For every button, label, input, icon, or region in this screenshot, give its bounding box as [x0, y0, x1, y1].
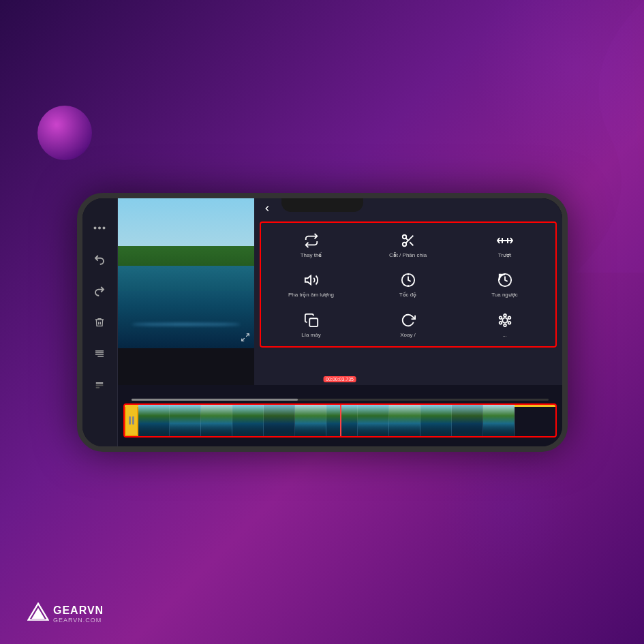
timeline-track[interactable]	[123, 403, 557, 438]
deco-circle-2	[440, 440, 576, 576]
film-frame-9	[389, 405, 420, 436]
film-frame-2	[170, 405, 201, 436]
pool-water-highlight	[132, 323, 241, 326]
timeline-thumb	[125, 405, 138, 436]
film-frame-12	[483, 405, 515, 436]
tools-grid: Thay thế	[264, 226, 553, 344]
fullscreen-button[interactable]	[241, 333, 250, 344]
svg-marker-37	[31, 608, 44, 619]
replace-label: Thay thế	[301, 252, 322, 259]
film-frame-11	[452, 405, 483, 436]
trim-label: Trượt	[498, 252, 511, 259]
svg-line-16	[405, 238, 408, 241]
tool-trim[interactable]: Trượt	[457, 226, 553, 264]
timeline-scrollbar[interactable]	[132, 399, 549, 401]
film-frame-1	[138, 405, 170, 436]
svg-marker-20	[305, 276, 310, 285]
left-sidebar	[82, 198, 118, 446]
pool-water	[118, 266, 254, 348]
svg-rect-35	[132, 416, 134, 425]
sidebar-undo[interactable]	[90, 250, 109, 269]
replace-icon	[302, 231, 321, 250]
reverse-label: Tua ngược	[491, 292, 518, 298]
tool-speed[interactable]: Tốc độ	[361, 265, 456, 304]
phone-screen: K 🗑	[82, 198, 562, 446]
phone-notch	[281, 198, 363, 212]
svg-point-1	[98, 227, 101, 230]
svg-point-2	[103, 227, 106, 230]
mix-audio-label: Pha trộn âm lượng	[288, 292, 334, 298]
reverse-icon	[495, 271, 515, 290]
gearvn-brand-url: GEARVN.COM	[53, 617, 104, 624]
svg-line-10	[246, 333, 249, 336]
svg-point-32	[499, 322, 502, 324]
svg-point-27	[502, 318, 507, 322]
film-frame-8	[358, 405, 389, 436]
tool-cut-split[interactable]: Cắt / Phân chia	[361, 226, 456, 264]
svg-line-15	[410, 242, 413, 245]
gearvn-brand-name: GEARVN	[53, 604, 104, 617]
duplicate-icon	[302, 311, 321, 330]
svg-point-33	[499, 316, 502, 319]
svg-point-12	[402, 234, 406, 239]
svg-point-28	[504, 314, 506, 317]
film-frame-7	[326, 405, 358, 436]
trim-icon	[495, 231, 515, 250]
tool-replace[interactable]: Thay thế	[264, 226, 359, 264]
svg-rect-26	[309, 318, 318, 326]
svg-point-29	[508, 316, 510, 319]
rotate-icon	[399, 311, 418, 330]
timeline-area: 00:00:03.735	[118, 385, 562, 446]
phone-frame: K 🗑	[77, 193, 568, 452]
svg-line-24	[403, 275, 403, 276]
film-frame-4	[232, 405, 264, 436]
tool-mix-audio[interactable]: Pha trộn âm lượng	[264, 265, 359, 304]
svg-rect-7	[96, 382, 104, 384]
gearvn-logo: GEARVN GEARVN.COM	[27, 602, 104, 625]
tool-rotate[interactable]: Xoay /	[361, 305, 456, 344]
cut-icon	[399, 231, 418, 250]
sidebar-delete[interactable]	[90, 313, 109, 332]
background-orb	[37, 106, 92, 160]
svg-point-30	[508, 322, 510, 324]
tool-reverse[interactable]: Tua ngược	[457, 265, 553, 304]
sidebar-more-options[interactable]	[90, 219, 109, 238]
timeline-playhead	[340, 403, 341, 438]
tools-panel: Thay thế	[254, 198, 562, 385]
film-frame-5	[264, 405, 295, 436]
svg-point-31	[504, 324, 506, 326]
rotate-label: Xoay /	[400, 332, 416, 339]
sidebar-add-layer[interactable]	[90, 375, 109, 395]
sidebar-redo[interactable]	[90, 281, 109, 301]
gearvn-text-block: GEARVN GEARVN.COM	[53, 604, 104, 624]
svg-line-11	[241, 338, 244, 341]
svg-rect-34	[129, 416, 131, 425]
color-label: ...	[502, 332, 507, 339]
video-thumbnail	[118, 198, 254, 348]
back-button[interactable]	[262, 204, 272, 216]
gearvn-icon	[27, 602, 49, 625]
mix-audio-icon	[302, 271, 321, 290]
timestamp-badge: 00:00:03.735	[323, 376, 356, 382]
timeline-film	[138, 405, 555, 436]
video-preview: K 🗑	[118, 198, 254, 348]
tools-grid-container: Thay thế	[260, 221, 557, 348]
film-frame-3	[201, 405, 232, 436]
main-area: K 🗑	[118, 198, 562, 446]
preview-area: K 🗑	[118, 198, 562, 385]
film-frame-6	[295, 405, 326, 436]
svg-point-13	[402, 242, 406, 246]
sidebar-layers[interactable]	[90, 344, 109, 363]
duplicate-label: Lía máy	[301, 332, 320, 339]
speed-label: Tốc độ	[399, 292, 417, 298]
cut-split-label: Cắt / Phân chia	[389, 252, 427, 259]
film-frame-10	[420, 405, 452, 436]
svg-rect-8	[96, 384, 104, 386]
svg-rect-9	[96, 386, 99, 388]
color-icon	[495, 311, 515, 330]
tool-color[interactable]: ...	[457, 305, 553, 344]
speed-icon	[399, 271, 418, 290]
tool-duplicate[interactable]: Lía máy	[264, 305, 359, 344]
svg-point-0	[94, 227, 97, 230]
